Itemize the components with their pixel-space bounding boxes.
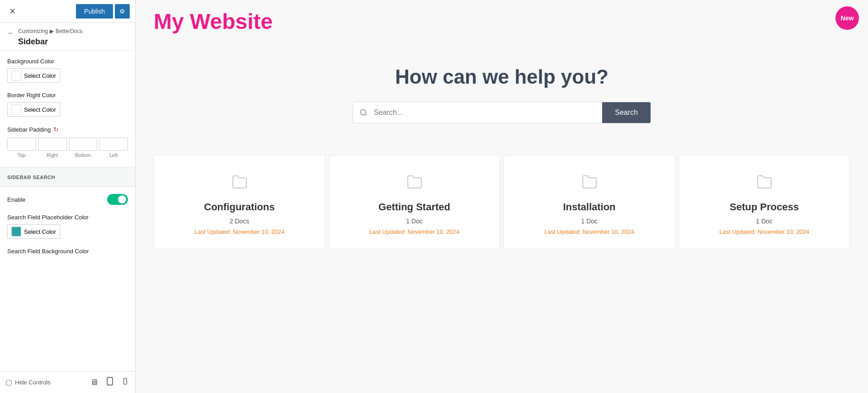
- breadcrumb-area: ← Customizing ▶ BetterDocs Sidebar: [0, 23, 135, 51]
- refresh-icon[interactable]: ↻: [53, 126, 59, 133]
- mobile-icon: [122, 377, 129, 386]
- view-icons: 🖥: [89, 376, 130, 389]
- padding-right-input[interactable]: 24: [38, 137, 67, 151]
- border-right-color-label: Border Right Color: [7, 92, 128, 99]
- left-panel: ✕ Publish ⚙ ← Customizing ▶ BetterDocs S…: [0, 0, 136, 393]
- placeholder-color-label: Search Field Placeholder Color: [7, 214, 128, 221]
- placeholder-color-btn-label: Select Color: [24, 228, 56, 235]
- publish-area: Publish ⚙: [76, 4, 130, 19]
- doc-updated: Last Updated: November 10, 2024: [513, 228, 665, 235]
- border-right-color-btn-label: Select Color: [24, 106, 56, 113]
- doc-card[interactable]: Setup Process 1 Doc Last Updated: Novemb…: [679, 155, 850, 249]
- panel-title: Sidebar: [18, 37, 82, 47]
- padding-left-field: 24 Left: [99, 137, 128, 158]
- top-bar: ✕ Publish ⚙: [0, 0, 135, 23]
- folder-icon: [163, 174, 316, 194]
- bottom-bar: ◯ Hide Controls 🖥: [0, 371, 135, 393]
- breadcrumb: Customizing ▶ BetterDocs: [18, 28, 82, 34]
- publish-button[interactable]: Publish: [76, 4, 113, 19]
- new-button[interactable]: New: [835, 6, 859, 30]
- search-icon-wrap: [353, 102, 374, 123]
- background-color-button[interactable]: Select Color: [7, 68, 60, 83]
- doc-updated: Last Updated: November 10, 2024: [688, 228, 840, 235]
- back-button[interactable]: ←: [7, 29, 14, 37]
- hide-controls-label: Hide Controls: [15, 379, 51, 386]
- close-button[interactable]: ✕: [5, 5, 19, 18]
- hero-heading: How can we help you?: [145, 66, 859, 88]
- enable-toggle[interactable]: [107, 194, 128, 205]
- padding-right-field: 24 Right: [38, 137, 67, 158]
- doc-updated: Last Updated: November 10, 2024: [163, 228, 316, 235]
- preview-area: My Website How can we help you? Search C…: [136, 0, 868, 393]
- svg-line-5: [365, 114, 366, 115]
- doc-card[interactable]: Getting Started 1 Doc Last Updated: Nove…: [329, 155, 500, 249]
- search-bar: Search: [353, 102, 651, 123]
- circle-icon: ◯: [5, 379, 12, 386]
- folder-icon: [338, 174, 491, 194]
- padding-left-label: Left: [109, 152, 118, 158]
- padding-left-input[interactable]: 24: [99, 137, 128, 151]
- cards-section: Configurations 2 Docs Last Updated: Nove…: [136, 142, 868, 258]
- svg-rect-0: [107, 378, 113, 385]
- doc-count: 1 Doc: [338, 218, 491, 225]
- search-icon: [359, 109, 368, 117]
- padding-bottom-input[interactable]: 0: [69, 137, 98, 151]
- doc-card[interactable]: Installation 1 Doc Last Updated: Novembe…: [504, 155, 675, 249]
- search-input[interactable]: [374, 102, 602, 123]
- sidebar-search-divider: SIDEBAR SEARCH: [0, 167, 135, 187]
- mobile-view-button[interactable]: [121, 376, 130, 389]
- doc-updated: Last Updated: November 10, 2024: [338, 228, 491, 235]
- padding-top-field: 58 Top: [7, 137, 36, 158]
- panel-content: Background Color Select Color Border Rig…: [0, 51, 135, 371]
- padding-inputs: 58 Top 24 Right 0 Bottom 24 Left: [7, 137, 128, 158]
- placeholder-color-row: Search Field Placeholder Color Select Co…: [7, 214, 128, 239]
- sidebar-search-label: SIDEBAR SEARCH: [7, 175, 55, 180]
- desktop-icon: 🖥: [90, 378, 98, 387]
- padding-top-input[interactable]: 58: [7, 137, 36, 151]
- enable-label: Enable: [7, 196, 25, 203]
- background-color-swatch: [11, 71, 21, 80]
- doc-count: 1 Doc: [688, 218, 840, 225]
- search-button[interactable]: Search: [602, 102, 651, 123]
- placeholder-color-swatch: [11, 227, 21, 237]
- tablet-icon: [105, 377, 114, 386]
- doc-title: Getting Started: [338, 201, 491, 213]
- background-color-btn-label: Select Color: [24, 72, 56, 79]
- doc-card[interactable]: Configurations 2 Docs Last Updated: Nove…: [154, 155, 325, 249]
- placeholder-color-button[interactable]: Select Color: [7, 224, 60, 239]
- padding-bottom-label: Bottom: [75, 152, 91, 158]
- padding-right-label: Right: [47, 152, 58, 158]
- svg-point-4: [360, 109, 366, 115]
- doc-count: 1 Doc: [513, 218, 665, 225]
- gear-button[interactable]: ⚙: [115, 4, 130, 19]
- border-right-color-swatch: [11, 104, 21, 114]
- border-right-color-row: Border Right Color Select Color: [7, 92, 128, 117]
- breadcrumb-separator: ▶: [50, 28, 54, 34]
- svg-rect-2: [124, 378, 127, 384]
- enable-toggle-row: Enable: [7, 194, 128, 205]
- tablet-view-button[interactable]: [104, 376, 115, 389]
- hero-section: How can we help you? Search: [136, 38, 868, 142]
- desktop-view-button[interactable]: 🖥: [89, 376, 99, 389]
- doc-title: Configurations: [163, 201, 316, 213]
- padding-top-label: Top: [18, 152, 26, 158]
- site-header: My Website: [136, 0, 868, 38]
- doc-title: Installation: [513, 201, 665, 213]
- search-bg-color-label: Search Field Background Color: [7, 248, 128, 255]
- folder-icon: [688, 174, 840, 194]
- folder-icon: [513, 174, 665, 194]
- padding-bottom-field: 0 Bottom: [69, 137, 98, 158]
- border-right-color-button[interactable]: Select Color: [7, 102, 60, 117]
- sidebar-padding-label: Sidebar Padding ↻: [7, 126, 128, 133]
- doc-count: 2 Docs: [163, 218, 316, 225]
- background-color-row: Background Color Select Color: [7, 58, 128, 83]
- background-color-label: Background Color: [7, 58, 128, 65]
- site-title: My Website: [154, 9, 850, 34]
- sidebar-padding-section: Sidebar Padding ↻ 58 Top 24 Right 0 Bott…: [7, 126, 128, 158]
- doc-title: Setup Process: [688, 201, 840, 213]
- search-bg-color-row: Search Field Background Color: [7, 248, 128, 255]
- hide-controls-button[interactable]: ◯ Hide Controls: [5, 379, 51, 386]
